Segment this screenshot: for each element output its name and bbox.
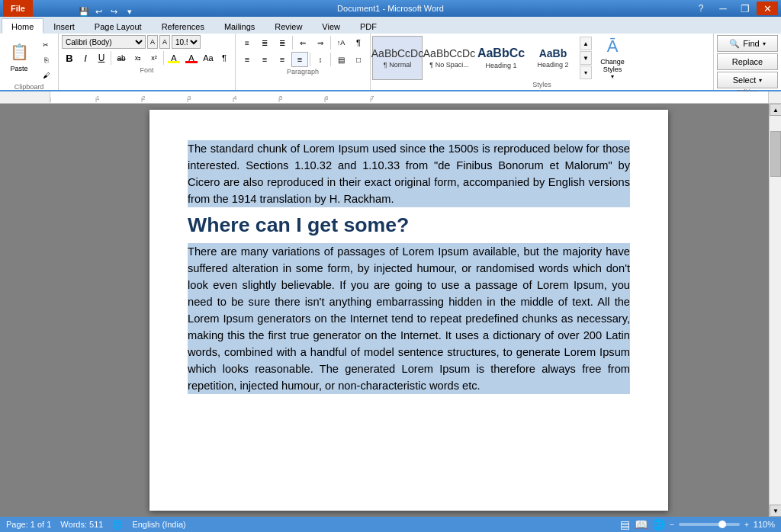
bullets-button[interactable]: ≡ bbox=[239, 35, 256, 50]
scrollbar-vertical[interactable]: ▲ ▼ bbox=[769, 104, 781, 517]
tab-home[interactable]: Home bbox=[2, 18, 43, 34]
zoom-slider[interactable] bbox=[679, 523, 740, 526]
font-grow-button[interactable]: A bbox=[147, 35, 158, 49]
tab-pdf[interactable]: PDF bbox=[350, 18, 387, 34]
close-button[interactable]: ✕ bbox=[757, 2, 778, 15]
tab-mailings[interactable]: Mailings bbox=[214, 18, 265, 34]
replace-label: Replace bbox=[732, 57, 763, 66]
view-web-button[interactable]: 🌐 bbox=[652, 518, 665, 530]
font-size-selector[interactable]: 10.5 bbox=[172, 35, 201, 49]
font-sep1 bbox=[111, 51, 111, 65]
qat-redo-button[interactable]: ↪ bbox=[108, 5, 121, 18]
zoom-minus-button[interactable]: − bbox=[670, 521, 674, 529]
subscript-button[interactable]: x₂ bbox=[130, 50, 146, 66]
styles-scroll-more[interactable]: ▾ bbox=[580, 66, 592, 79]
para-2[interactable]: There are many variations of passages of… bbox=[188, 243, 630, 394]
tab-insert[interactable]: Insert bbox=[43, 18, 85, 34]
style-nospace[interactable]: AaBbCcDc ¶ No Spaci... bbox=[424, 36, 474, 80]
tab-references[interactable]: References bbox=[152, 18, 214, 34]
word-count: Words: 511 bbox=[60, 520, 103, 529]
lang-icon: 🌐 bbox=[112, 520, 123, 530]
svg-text:4: 4 bbox=[233, 95, 237, 101]
font-name-selector[interactable]: Calibri (Body) bbox=[62, 35, 146, 49]
shading-button[interactable]: ▤ bbox=[333, 52, 349, 67]
increase-indent-button[interactable]: ⇒ bbox=[312, 35, 329, 50]
heading-1-text: Where can I get some? bbox=[188, 213, 409, 236]
tab-review[interactable]: Review bbox=[265, 18, 312, 34]
view-layout-button[interactable]: ▤ bbox=[620, 518, 630, 530]
copy-button[interactable]: ⎘ bbox=[37, 53, 55, 67]
align-right-button[interactable]: ≡ bbox=[274, 52, 291, 67]
strikethrough-button[interactable]: ab bbox=[113, 50, 130, 66]
style-heading2[interactable]: AaBb Heading 2 bbox=[528, 36, 578, 80]
italic-button[interactable]: I bbox=[78, 50, 93, 66]
view-reading-button[interactable]: 📖 bbox=[635, 518, 648, 530]
center-button[interactable]: ≡ bbox=[256, 52, 273, 67]
file-tab-button[interactable]: File bbox=[3, 0, 33, 17]
cut-button[interactable]: ✂ bbox=[37, 38, 55, 52]
styles-gallery: AaBbCcDc ¶ Normal AaBbCcDc ¶ No Spaci...… bbox=[372, 35, 712, 81]
decrease-indent-button[interactable]: ⇐ bbox=[294, 35, 311, 50]
line-spacing-button[interactable]: ↕ bbox=[312, 52, 329, 67]
find-arrow: ▾ bbox=[763, 40, 766, 47]
style-normal[interactable]: AaBbCcDc ¶ Normal bbox=[372, 36, 423, 80]
paragraph-group: ≡ ≣ ≣ ⇐ ⇒ ↑A ¶ ≡ ≡ ≡ ≡ ↕ ▤ □ Paragraph bbox=[236, 34, 371, 90]
qat-save-button[interactable]: 💾 bbox=[77, 5, 91, 18]
change-styles-button[interactable]: Ā Change Styles ▾ bbox=[593, 35, 632, 81]
format-painter-button[interactable]: 🖌 bbox=[37, 69, 55, 82]
left-margin bbox=[0, 104, 49, 517]
align-left-button[interactable]: ≡ bbox=[239, 52, 256, 67]
zoom-plus-button[interactable]: + bbox=[744, 521, 749, 529]
heading-1[interactable]: Where can I get some? bbox=[188, 213, 630, 237]
styles-scroll-up[interactable]: ▲ bbox=[580, 37, 592, 50]
change-case-button[interactable]: Aa bbox=[201, 50, 216, 66]
zoom-percent: 110% bbox=[754, 520, 775, 529]
replace-button[interactable]: Replace bbox=[717, 53, 778, 70]
select-button[interactable]: Select ▾ bbox=[717, 72, 778, 88]
multilevel-button[interactable]: ≣ bbox=[274, 35, 291, 50]
ribbon: 📋 Paste ✂ ⎘ 🖌 Clipboard Calibri (Body) A… bbox=[0, 34, 781, 91]
style-heading1[interactable]: AaBbCc Heading 1 bbox=[476, 36, 526, 80]
minimize-button[interactable]: ─ bbox=[712, 2, 734, 15]
bold-button[interactable]: B bbox=[62, 50, 77, 66]
language: English (India) bbox=[132, 520, 185, 529]
styles-scroll: ▲ ▼ ▾ bbox=[580, 37, 592, 79]
font-top-row: Calibri (Body) A A 10.5 bbox=[62, 35, 232, 49]
find-button[interactable]: 🔍 Find ▾ bbox=[717, 35, 778, 52]
font-color-button[interactable]: A bbox=[183, 50, 200, 66]
scroll-up-button[interactable]: ▲ bbox=[770, 104, 781, 116]
sort-button[interactable]: ↑A bbox=[333, 35, 349, 50]
scroll-down-button[interactable]: ▼ bbox=[770, 505, 781, 517]
styles-scroll-down[interactable]: ▼ bbox=[580, 51, 592, 65]
change-styles-label: Change bbox=[600, 58, 625, 66]
para-1[interactable]: The standard chunk of Lorem Ipsum used s… bbox=[188, 140, 630, 207]
restore-button[interactable]: ❐ bbox=[734, 2, 756, 15]
font-bottom-row: B I U ab x₂ x² A A Aa ¶ bbox=[62, 50, 232, 66]
ruler-margin-right bbox=[769, 91, 781, 103]
find-icon: 🔍 bbox=[729, 39, 740, 49]
justify-button[interactable]: ≡ bbox=[291, 52, 308, 67]
numbering-button[interactable]: ≣ bbox=[256, 35, 273, 50]
status-left: Page: 1 of 1 Words: 511 🌐 English (India… bbox=[6, 520, 186, 530]
tab-view[interactable]: View bbox=[312, 18, 350, 34]
ruler: 1 2 3 4 5 6 7 bbox=[0, 91, 781, 104]
status-bar: Page: 1 of 1 Words: 511 🌐 English (India… bbox=[0, 517, 781, 532]
doc-scroll-area[interactable]: The standard chunk of Lorem Ipsum used s… bbox=[49, 104, 769, 517]
font-shrink-button[interactable]: A bbox=[159, 35, 170, 49]
underline-button[interactable]: U bbox=[94, 50, 109, 66]
text-highlight-button[interactable]: A bbox=[166, 50, 182, 66]
paste-button[interactable]: 📋 Paste bbox=[3, 35, 35, 76]
qat-customize-button[interactable]: ▾ bbox=[123, 5, 137, 18]
borders-button[interactable]: □ bbox=[350, 52, 367, 67]
clipboard-label: Clipboard bbox=[14, 83, 44, 91]
show-hide-button[interactable]: ¶ bbox=[350, 35, 367, 50]
style-nospace-label: ¶ No Spaci... bbox=[429, 61, 468, 69]
tab-page-layout[interactable]: Page Layout bbox=[85, 18, 152, 34]
qat-undo-button[interactable]: ↩ bbox=[92, 5, 106, 18]
clear-format-button[interactable]: ¶ bbox=[217, 50, 232, 66]
help-button[interactable]: ? bbox=[690, 2, 712, 15]
ruler-marks: 1 2 3 4 5 6 7 bbox=[50, 91, 768, 102]
scroll-thumb[interactable] bbox=[770, 131, 781, 177]
para-2-text: There are many variations of passages of… bbox=[188, 245, 630, 392]
superscript-button[interactable]: x² bbox=[146, 50, 162, 66]
